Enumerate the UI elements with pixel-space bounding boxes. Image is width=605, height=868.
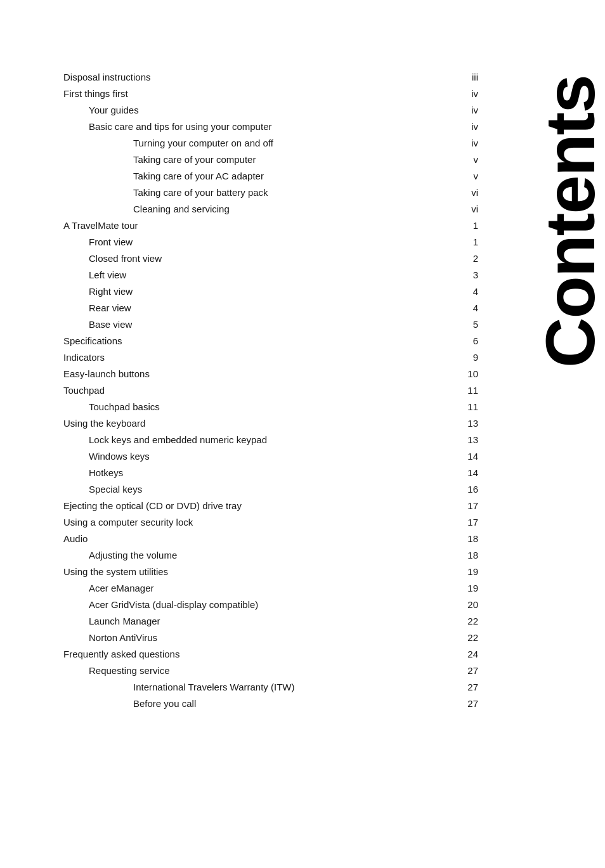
entry-page: 22 [453, 614, 478, 629]
toc-entry: Audio 18 [63, 531, 478, 547]
entry-text: Frequently asked questions [63, 647, 453, 662]
toc-entry: Closed front view 2 [63, 251, 478, 266]
toc-entry: Using the system utilities 19 [63, 564, 478, 580]
toc-entry: Taking care of your AC adapter v [63, 169, 478, 184]
entry-page: 10 [453, 366, 478, 382]
toc-entry: Right view 4 [63, 284, 478, 299]
toc-entry: Turning your computer on and off iv [63, 136, 478, 151]
entry-page: iii [453, 70, 478, 85]
toc-entry: International Travelers Warranty (ITW) 2… [63, 680, 478, 695]
entry-page: 19 [453, 581, 478, 596]
page-title: Contents [529, 32, 605, 412]
entry-page: 17 [453, 498, 478, 514]
entry-page: vi [453, 185, 478, 200]
toc-entry: A TravelMate tour 1 [63, 218, 478, 233]
entry-page: 20 [453, 597, 478, 612]
entry-text: Basic care and tips for using your compu… [63, 119, 453, 134]
entry-text: Your guides [63, 103, 453, 118]
entry-page: 4 [453, 284, 478, 299]
toc-entry: Requesting service 27 [63, 663, 478, 678]
entry-text: Hotkeys [63, 465, 453, 481]
entry-text: Acer GridVista (dual-display compatible) [63, 597, 453, 612]
entry-text: Launch Manager [63, 614, 453, 629]
entry-page: 4 [453, 301, 478, 316]
toc-entry: Left view 3 [63, 268, 478, 283]
toc-entry: Your guides iv [63, 103, 478, 118]
toc-entry: Adjusting the volume 18 [63, 548, 478, 563]
entry-page: 27 [453, 696, 478, 711]
toc-entry: Acer GridVista (dual-display compatible)… [63, 597, 478, 612]
entry-page: 3 [453, 268, 478, 283]
entry-text: A TravelMate tour [63, 218, 453, 233]
entry-page: 5 [453, 317, 478, 332]
toc-entry: Taking care of your battery pack vi [63, 185, 478, 200]
entry-text: Closed front view [63, 251, 453, 266]
entry-page: iv [453, 103, 478, 118]
entry-text: Rear view [63, 301, 453, 316]
entry-page: 16 [453, 482, 478, 497]
entry-text: Adjusting the volume [63, 548, 453, 563]
entry-page: 14 [453, 465, 478, 481]
toc-entry: Before you call 27 [63, 696, 478, 711]
entry-text: Using the system utilities [63, 564, 453, 580]
entry-page: 1 [453, 235, 478, 250]
toc-entry: Lock keys and embedded numeric keypad 13 [63, 432, 478, 448]
entry-text: Acer eManager [63, 581, 453, 596]
toc-entry: Hotkeys 14 [63, 465, 478, 481]
entry-text: Touchpad [63, 383, 453, 398]
entry-page: 11 [453, 399, 478, 415]
toc-entry: Easy-launch buttons 10 [63, 366, 478, 382]
entry-text: Ejecting the optical (CD or DVD) drive t… [63, 498, 453, 514]
entry-page: 11 [453, 383, 478, 398]
entry-text: Windows keys [63, 449, 453, 464]
entry-page: iv [453, 119, 478, 134]
entry-text: Base view [63, 317, 453, 332]
entry-text: Taking care of your AC adapter [63, 169, 453, 184]
entry-page: 13 [453, 432, 478, 448]
entry-page: 24 [453, 647, 478, 662]
toc-entry: Disposal instructions iii [63, 70, 478, 85]
entry-page: 6 [453, 334, 478, 349]
entry-text: Left view [63, 268, 453, 283]
toc-entry: Frequently asked questions 24 [63, 647, 478, 662]
entry-page: 13 [453, 416, 478, 431]
entry-page: 27 [453, 663, 478, 678]
toc-entry: Touchpad basics 11 [63, 399, 478, 415]
toc-entry: Special keys 16 [63, 482, 478, 497]
entry-text: Turning your computer on and off [63, 136, 453, 151]
toc-entry: Indicators 9 [63, 350, 478, 365]
entry-text: Disposal instructions [63, 70, 453, 85]
entry-page: 18 [453, 548, 478, 563]
entry-page: v [453, 169, 478, 184]
entry-text: Audio [63, 531, 453, 547]
entry-text: International Travelers Warranty (ITW) [63, 680, 453, 695]
toc-entry: Front view 1 [63, 235, 478, 250]
toc-content: Disposal instructions iii First things f… [63, 38, 478, 711]
toc-entry: Basic care and tips for using your compu… [63, 119, 478, 134]
entry-text: Using the keyboard [63, 416, 453, 431]
entry-text: Using a computer security lock [63, 515, 453, 530]
entry-page: 2 [453, 251, 478, 266]
toc-entry: Taking care of your computer v [63, 152, 478, 167]
toc-entry: Windows keys 14 [63, 449, 478, 464]
entry-text: Before you call [63, 696, 453, 711]
entry-text: First things first [63, 86, 453, 101]
entry-text: Taking care of your computer [63, 152, 453, 167]
entry-text: Special keys [63, 482, 453, 497]
toc-entry: Using the keyboard 13 [63, 416, 478, 431]
entry-page: 1 [453, 218, 478, 233]
entry-text: Front view [63, 235, 453, 250]
entry-text: Lock keys and embedded numeric keypad [63, 432, 453, 448]
entry-page: 17 [453, 515, 478, 530]
toc-entry: Using a computer security lock 17 [63, 515, 478, 530]
entry-text: Specifications [63, 334, 453, 349]
entry-page: 14 [453, 449, 478, 464]
toc-entry: First things first iv [63, 86, 478, 101]
entry-page: 19 [453, 564, 478, 580]
entry-text: Taking care of your battery pack [63, 185, 453, 200]
entry-page: 18 [453, 531, 478, 547]
entry-text: Easy-launch buttons [63, 366, 453, 382]
toc-entry: Touchpad 11 [63, 383, 478, 398]
entry-page: 27 [453, 680, 478, 695]
toc-entry: Launch Manager 22 [63, 614, 478, 629]
